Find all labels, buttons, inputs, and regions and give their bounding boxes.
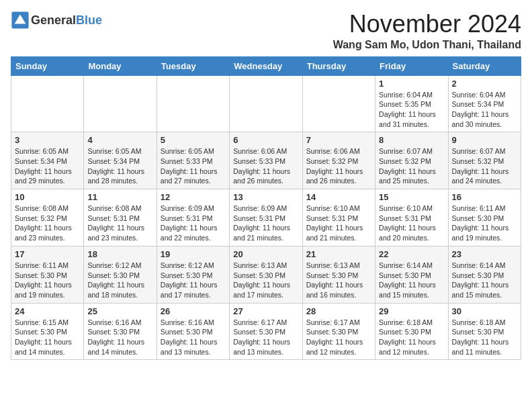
- calendar-cell: 3Sunrise: 6:05 AM Sunset: 5:34 PM Daylig…: [11, 132, 84, 189]
- day-info: Sunrise: 6:05 AM Sunset: 5:34 PM Dayligh…: [15, 146, 80, 186]
- day-number: 24: [15, 306, 80, 316]
- day-number: 1: [379, 79, 444, 89]
- calendar-cell: 16Sunrise: 6:11 AM Sunset: 5:30 PM Dayli…: [448, 189, 521, 246]
- calendar-cell: 29Sunrise: 6:18 AM Sunset: 5:30 PM Dayli…: [375, 303, 448, 360]
- day-header-monday: Monday: [84, 56, 157, 75]
- day-info: Sunrise: 6:17 AM Sunset: 5:30 PM Dayligh…: [306, 318, 371, 357]
- day-header-thursday: Thursday: [302, 56, 375, 75]
- day-info: Sunrise: 6:09 AM Sunset: 5:31 PM Dayligh…: [161, 203, 226, 243]
- day-info: Sunrise: 6:07 AM Sunset: 5:32 PM Dayligh…: [452, 146, 517, 186]
- day-info: Sunrise: 6:07 AM Sunset: 5:32 PM Dayligh…: [379, 146, 444, 186]
- day-header-friday: Friday: [375, 56, 448, 75]
- day-number: 15: [379, 192, 444, 202]
- calendar-week-row: 17Sunrise: 6:11 AM Sunset: 5:30 PM Dayli…: [11, 246, 521, 303]
- calendar-week-row: 3Sunrise: 6:05 AM Sunset: 5:34 PM Daylig…: [11, 132, 521, 189]
- calendar-cell: 18Sunrise: 6:12 AM Sunset: 5:30 PM Dayli…: [84, 246, 157, 303]
- month-title: November 2024: [333, 11, 521, 38]
- day-number: 22: [379, 249, 444, 259]
- day-info: Sunrise: 6:06 AM Sunset: 5:32 PM Dayligh…: [306, 146, 371, 186]
- day-number: 17: [15, 249, 80, 259]
- day-info: Sunrise: 6:11 AM Sunset: 5:30 PM Dayligh…: [15, 261, 80, 300]
- day-info: Sunrise: 6:08 AM Sunset: 5:32 PM Dayligh…: [15, 203, 80, 243]
- day-number: 7: [306, 135, 371, 145]
- calendar-cell: [230, 75, 302, 132]
- calendar-cell: 20Sunrise: 6:13 AM Sunset: 5:30 PM Dayli…: [230, 246, 302, 303]
- title-section: November 2024 Wang Sam Mo, Udon Thani, T…: [333, 11, 521, 51]
- day-number: 29: [379, 306, 444, 316]
- day-number: 26: [161, 306, 226, 316]
- day-number: 30: [452, 306, 517, 316]
- day-info: Sunrise: 6:10 AM Sunset: 5:31 PM Dayligh…: [306, 203, 371, 243]
- day-info: Sunrise: 6:18 AM Sunset: 5:30 PM Dayligh…: [379, 318, 444, 357]
- day-number: 4: [87, 135, 152, 145]
- day-info: Sunrise: 6:05 AM Sunset: 5:34 PM Dayligh…: [87, 146, 152, 186]
- calendar-cell: 15Sunrise: 6:10 AM Sunset: 5:31 PM Dayli…: [375, 189, 448, 246]
- calendar-week-row: 1Sunrise: 6:04 AM Sunset: 5:35 PM Daylig…: [11, 75, 521, 132]
- day-info: Sunrise: 6:05 AM Sunset: 5:33 PM Dayligh…: [161, 146, 226, 186]
- logo-general-text: General: [31, 13, 76, 27]
- calendar-cell: [157, 75, 229, 132]
- day-number: 28: [306, 306, 371, 316]
- calendar-cell: 12Sunrise: 6:09 AM Sunset: 5:31 PM Dayli…: [157, 189, 229, 246]
- day-header-saturday: Saturday: [448, 56, 521, 75]
- day-info: Sunrise: 6:13 AM Sunset: 5:30 PM Dayligh…: [306, 261, 371, 300]
- day-number: 16: [452, 192, 517, 202]
- calendar-cell: 10Sunrise: 6:08 AM Sunset: 5:32 PM Dayli…: [11, 189, 84, 246]
- day-number: 13: [233, 192, 298, 202]
- day-info: Sunrise: 6:12 AM Sunset: 5:30 PM Dayligh…: [87, 261, 152, 300]
- day-number: 9: [452, 135, 517, 145]
- day-number: 2: [452, 79, 517, 89]
- location-title: Wang Sam Mo, Udon Thani, Thailand: [333, 39, 521, 51]
- calendar-cell: 22Sunrise: 6:14 AM Sunset: 5:30 PM Dayli…: [375, 246, 448, 303]
- day-info: Sunrise: 6:11 AM Sunset: 5:30 PM Dayligh…: [452, 203, 517, 243]
- calendar-cell: 26Sunrise: 6:16 AM Sunset: 5:30 PM Dayli…: [157, 303, 229, 360]
- day-number: 27: [233, 306, 298, 316]
- day-info: Sunrise: 6:15 AM Sunset: 5:30 PM Dayligh…: [15, 318, 80, 357]
- day-header-sunday: Sunday: [11, 56, 84, 75]
- calendar-header-row: SundayMondayTuesdayWednesdayThursdayFrid…: [11, 56, 521, 75]
- calendar-cell: 5Sunrise: 6:05 AM Sunset: 5:33 PM Daylig…: [157, 132, 229, 189]
- day-header-wednesday: Wednesday: [230, 56, 302, 75]
- logo-blue-text: Blue: [76, 13, 102, 27]
- day-number: 20: [233, 249, 298, 259]
- day-number: 19: [161, 249, 226, 259]
- calendar-cell: [84, 75, 157, 132]
- day-info: Sunrise: 6:18 AM Sunset: 5:30 PM Dayligh…: [452, 318, 517, 357]
- calendar-cell: 2Sunrise: 6:04 AM Sunset: 5:34 PM Daylig…: [448, 75, 521, 132]
- calendar-cell: 8Sunrise: 6:07 AM Sunset: 5:32 PM Daylig…: [375, 132, 448, 189]
- day-number: 18: [87, 249, 152, 259]
- calendar-cell: 24Sunrise: 6:15 AM Sunset: 5:30 PM Dayli…: [11, 303, 84, 360]
- day-info: Sunrise: 6:12 AM Sunset: 5:30 PM Dayligh…: [161, 261, 226, 300]
- day-number: 5: [161, 135, 226, 145]
- calendar-week-row: 24Sunrise: 6:15 AM Sunset: 5:30 PM Dayli…: [11, 303, 521, 360]
- calendar-cell: 17Sunrise: 6:11 AM Sunset: 5:30 PM Dayli…: [11, 246, 84, 303]
- calendar-cell: 23Sunrise: 6:14 AM Sunset: 5:30 PM Dayli…: [448, 246, 521, 303]
- logo: GeneralBlue: [11, 11, 102, 30]
- calendar-cell: 25Sunrise: 6:16 AM Sunset: 5:30 PM Dayli…: [84, 303, 157, 360]
- day-number: 14: [306, 192, 371, 202]
- day-number: 21: [306, 249, 371, 259]
- calendar-cell: 14Sunrise: 6:10 AM Sunset: 5:31 PM Dayli…: [302, 189, 375, 246]
- logo-icon: [11, 11, 30, 30]
- day-number: 23: [452, 249, 517, 259]
- calendar-cell: 11Sunrise: 6:08 AM Sunset: 5:31 PM Dayli…: [84, 189, 157, 246]
- page-header: GeneralBlue November 2024 Wang Sam Mo, U…: [11, 11, 521, 51]
- calendar-cell: [302, 75, 375, 132]
- day-info: Sunrise: 6:04 AM Sunset: 5:34 PM Dayligh…: [452, 90, 517, 130]
- calendar-cell: 7Sunrise: 6:06 AM Sunset: 5:32 PM Daylig…: [302, 132, 375, 189]
- calendar-table: SundayMondayTuesdayWednesdayThursdayFrid…: [11, 56, 521, 361]
- calendar-cell: 28Sunrise: 6:17 AM Sunset: 5:30 PM Dayli…: [302, 303, 375, 360]
- day-info: Sunrise: 6:17 AM Sunset: 5:30 PM Dayligh…: [233, 318, 298, 357]
- calendar-cell: 19Sunrise: 6:12 AM Sunset: 5:30 PM Dayli…: [157, 246, 229, 303]
- day-info: Sunrise: 6:06 AM Sunset: 5:33 PM Dayligh…: [233, 146, 298, 186]
- day-info: Sunrise: 6:09 AM Sunset: 5:31 PM Dayligh…: [233, 203, 298, 243]
- day-number: 11: [87, 192, 152, 202]
- day-number: 3: [15, 135, 80, 145]
- calendar-cell: 27Sunrise: 6:17 AM Sunset: 5:30 PM Dayli…: [230, 303, 302, 360]
- calendar-cell: 1Sunrise: 6:04 AM Sunset: 5:35 PM Daylig…: [375, 75, 448, 132]
- day-info: Sunrise: 6:10 AM Sunset: 5:31 PM Dayligh…: [379, 203, 444, 243]
- day-number: 12: [161, 192, 226, 202]
- day-info: Sunrise: 6:16 AM Sunset: 5:30 PM Dayligh…: [87, 318, 152, 357]
- day-info: Sunrise: 6:08 AM Sunset: 5:31 PM Dayligh…: [87, 203, 152, 243]
- calendar-cell: 21Sunrise: 6:13 AM Sunset: 5:30 PM Dayli…: [302, 246, 375, 303]
